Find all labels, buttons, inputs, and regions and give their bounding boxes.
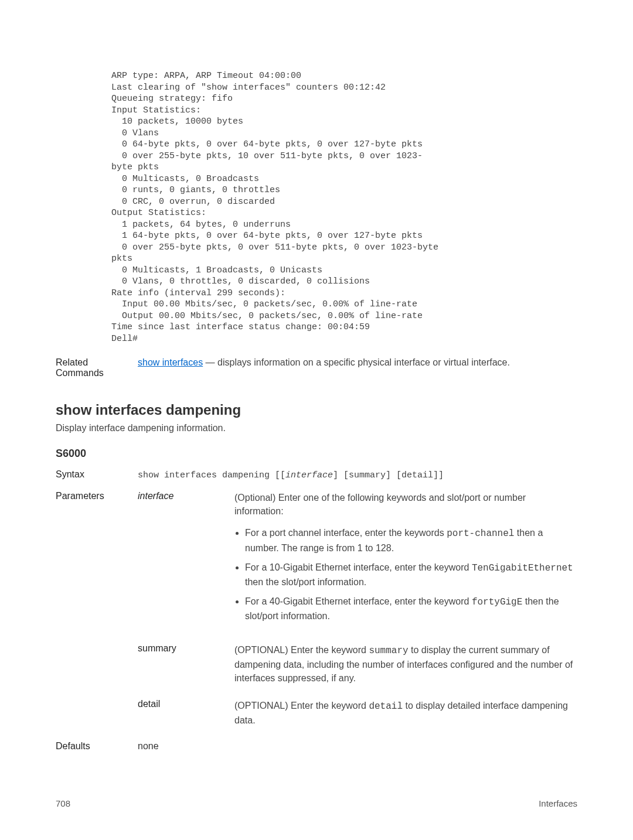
related-commands-row: Related Commands show interfaces — displ… <box>56 357 577 378</box>
parameters-block: Parameters interface (Optional) Enter on… <box>56 491 577 741</box>
parameters-label: Parameters <box>56 491 138 741</box>
list-item: For a 40-Gigabit Ethernet interface, ent… <box>245 595 577 623</box>
syntax-row: Syntax show interfaces dampening [[inter… <box>56 469 577 480</box>
param-interface-row: interface (Optional) Enter one of the fo… <box>138 491 577 629</box>
param-interface-desc: (Optional) Enter one of the following ke… <box>234 493 526 516</box>
syntax-label: Syntax <box>56 469 138 480</box>
code-block: ARP type: ARPA, ARP Timeout 04:00:00 Las… <box>111 70 577 344</box>
page-footer: 708 Interfaces <box>56 798 577 808</box>
related-commands-desc: — displays information on a specific phy… <box>203 357 510 367</box>
page-number: 708 <box>56 798 70 808</box>
section-heading: show interfaces dampening <box>56 402 577 418</box>
param-summary-name: summary <box>138 643 234 685</box>
param-detail-row: detail (OPTIONAL) Enter the keyword deta… <box>138 699 577 727</box>
section-intro: Display interface dampening information. <box>56 423 577 433</box>
param-summary-desc: (OPTIONAL) Enter the keyword summary to … <box>234 643 577 685</box>
param-detail-name: detail <box>138 699 234 727</box>
related-commands-label: Related Commands <box>56 357 138 378</box>
syntax-value: show interfaces dampening [[interface] [… <box>138 470 444 480</box>
defaults-value: none <box>138 741 577 752</box>
param-interface-bullets: For a port channel interface, enter the … <box>234 526 577 623</box>
param-detail-desc: (OPTIONAL) Enter the keyword detail to d… <box>234 699 577 727</box>
list-item: For a 10-Gigabit Ethernet interface, ent… <box>245 561 577 589</box>
param-summary-row: summary (OPTIONAL) Enter the keyword sum… <box>138 643 577 685</box>
footer-section-name: Interfaces <box>539 798 577 808</box>
s6000-label: S6000 <box>56 448 577 460</box>
param-interface-name: interface <box>138 491 234 629</box>
show-interfaces-link[interactable]: show interfaces <box>138 357 203 367</box>
list-item: For a port channel interface, enter the … <box>245 526 577 554</box>
defaults-label: Defaults <box>56 741 138 752</box>
defaults-row: Defaults none <box>56 741 577 752</box>
